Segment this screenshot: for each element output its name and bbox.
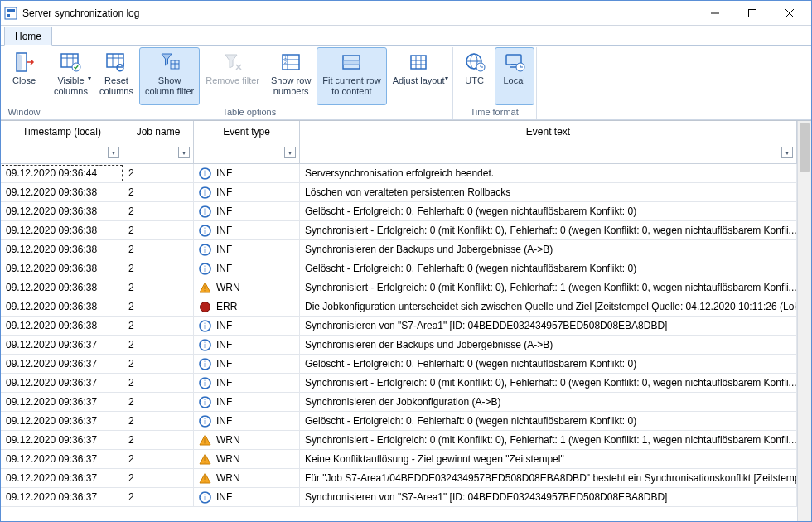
cell-eventtext: Gelöscht - Erfolgreich: 0, Fehlerhaft: 0… [300,412,797,430]
close-button[interactable]: Close [4,47,44,105]
grid-icon [407,51,430,74]
col-timestamp[interactable]: Timestamp (local) [1,121,123,143]
table-row[interactable]: 09.12.2020 09:36:372WRNKeine Konfliktauf… [1,450,797,469]
filter-eventtext[interactable]: ▾ [300,143,797,163]
visible-columns-button[interactable]: Visiblecolumns ▾ [48,47,94,105]
table-row[interactable]: 09.12.2020 09:36:382ERRDie Jobkonfigurat… [1,297,797,317]
svg-rect-68 [205,290,205,291]
cell-eventtext: Synchronisieren der Jobkonfiguration (A-… [300,393,797,411]
eventtype-label: WRN [216,472,240,484]
cell-timestamp: 09.12.2020 09:36:37 [1,469,123,487]
funnel-remove-icon [221,51,244,74]
table-row[interactable]: 09.12.2020 09:36:372INFGelöscht - Erfolg… [1,412,797,431]
eventtype-label: INF [216,225,232,236]
show-row-numbers-button[interactable]: 12 Show rownumbers [265,47,317,105]
remove-filter-label: Remove filter [205,75,259,86]
table-row[interactable]: 09.12.2020 09:36:382INFGelöscht - Erfolg… [1,202,797,221]
svg-rect-57 [205,210,206,215]
table-row[interactable]: 09.12.2020 09:36:382INFSynchronisieren d… [1,240,797,259]
table-row[interactable]: 09.12.2020 09:36:372INFGelöscht - Erfolg… [1,355,797,374]
eventtype-label: ERR [216,301,237,312]
cell-eventtype: WRN [194,278,300,297]
cell-eventtype: INF [194,221,300,239]
local-button[interactable]: Local [495,47,534,105]
cell-jobname: 2 [123,164,194,182]
cell-eventtext: Serversynchronisation erfolgreich beende… [300,164,797,182]
chevron-down-icon[interactable]: ▾ [284,147,296,158]
svg-rect-60 [205,230,206,234]
svg-rect-54 [205,191,206,196]
svg-rect-78 [205,363,206,367]
maximize-button[interactable] [733,2,771,25]
table-row[interactable]: 09.12.2020 09:36:382WRNSynchronisiert - … [1,278,797,297]
minimize-button[interactable] [696,2,733,25]
table-row[interactable]: 09.12.2020 09:36:382INFLöschen von veral… [1,183,797,202]
grid-filter-row: ▾ ▾ ▾ ▾ [1,143,797,164]
svg-rect-4 [748,9,756,17]
svg-rect-92 [205,476,205,480]
table-row[interactable]: 09.12.2020 09:36:372INFSynchronisieren v… [1,488,797,507]
cell-timestamp: 09.12.2020 09:36:38 [1,317,123,335]
chevron-down-icon[interactable]: ▾ [108,147,119,158]
table-row[interactable]: 09.12.2020 09:36:372INFSynchronisieren d… [1,336,797,355]
table-row[interactable]: 09.12.2020 09:36:372INFSynchronisiert - … [1,374,797,393]
reset-columns-button[interactable]: Resetcolumns [94,47,139,105]
utc-label: UTC [465,75,484,86]
inf-icon [199,205,211,218]
cell-eventtext: Löschen von veralteten persistenten Roll… [300,183,797,201]
adjust-layout-button[interactable]: Adjust layout ▾ [387,47,451,105]
table-row[interactable]: 09.12.2020 09:36:382INFSynchronisieren v… [1,317,797,336]
table-row[interactable]: 09.12.2020 09:36:442INFServersynchronisa… [1,164,797,183]
table-row[interactable]: 09.12.2020 09:36:382INFSynchronisiert - … [1,221,797,240]
cell-eventtype: INF [194,393,300,411]
cell-eventtext: Synchronisieren der Backups und Jobergeb… [300,240,797,259]
filter-timestamp[interactable]: ▾ [1,143,123,163]
tab-home[interactable]: Home [4,27,52,46]
ribbon-group-table: Visiblecolumns ▾ Resetcolumns Showcolumn… [46,47,453,119]
cell-jobname: 2 [123,393,194,411]
svg-rect-96 [205,496,206,500]
cell-timestamp: 09.12.2020 09:36:37 [1,393,123,411]
col-eventtype[interactable]: Event type [194,121,300,143]
inf-icon [199,320,211,332]
grid-header: Timestamp (local) Job name Event type Ev… [1,121,797,143]
eventtype-label: INF [216,167,232,179]
cell-eventtype: INF [194,202,300,220]
eventtype-label: INF [216,244,232,255]
table-row[interactable]: 09.12.2020 09:36:372INFSynchronisieren d… [1,393,797,412]
fit-row-button[interactable]: Fit current rowto content [317,47,386,105]
cell-jobname: 2 [123,240,194,259]
col-eventtext[interactable]: Event text [300,121,797,143]
svg-point-69 [201,302,210,312]
log-grid: Timestamp (local) Job name Event type Ev… [1,121,797,521]
chevron-down-icon: ▾ [445,75,448,82]
svg-rect-51 [205,172,206,176]
eventtype-label: INF [216,263,232,274]
table-row[interactable]: 09.12.2020 09:36:372WRNSynchronisiert - … [1,431,797,450]
app-icon [4,7,17,20]
vertical-scrollbar[interactable] [797,121,811,521]
svg-rect-2 [7,14,10,17]
cell-timestamp: 09.12.2020 09:36:38 [1,202,123,220]
svg-rect-95 [205,494,206,495]
cell-eventtype: INF [194,164,300,182]
col-jobname[interactable]: Job name [123,121,194,143]
table-row[interactable]: 09.12.2020 09:36:372WRNFür "Job S7-Area1… [1,469,797,488]
inf-icon [199,339,211,351]
chevron-down-icon[interactable]: ▾ [178,147,190,158]
utc-button[interactable]: UTC [455,47,495,105]
filter-eventtype[interactable]: ▾ [194,143,300,163]
close-window-button[interactable] [771,2,808,25]
svg-rect-50 [205,170,206,172]
show-row-numbers-label: Show rownumbers [271,75,311,96]
show-column-filter-button[interactable]: Showcolumn filter [139,47,200,105]
ribbon-tabstrip: Home [1,26,811,46]
scrollbar-thumb[interactable] [800,123,810,172]
chevron-down-icon[interactable]: ▾ [781,147,793,158]
filter-jobname[interactable]: ▾ [123,143,194,163]
cell-eventtype: INF [194,317,300,335]
table-row[interactable]: 09.12.2020 09:36:382INFGelöscht - Erfolg… [1,259,797,278]
svg-rect-86 [205,418,206,419]
group-caption-time: Time format [455,105,534,119]
svg-rect-84 [205,401,206,405]
